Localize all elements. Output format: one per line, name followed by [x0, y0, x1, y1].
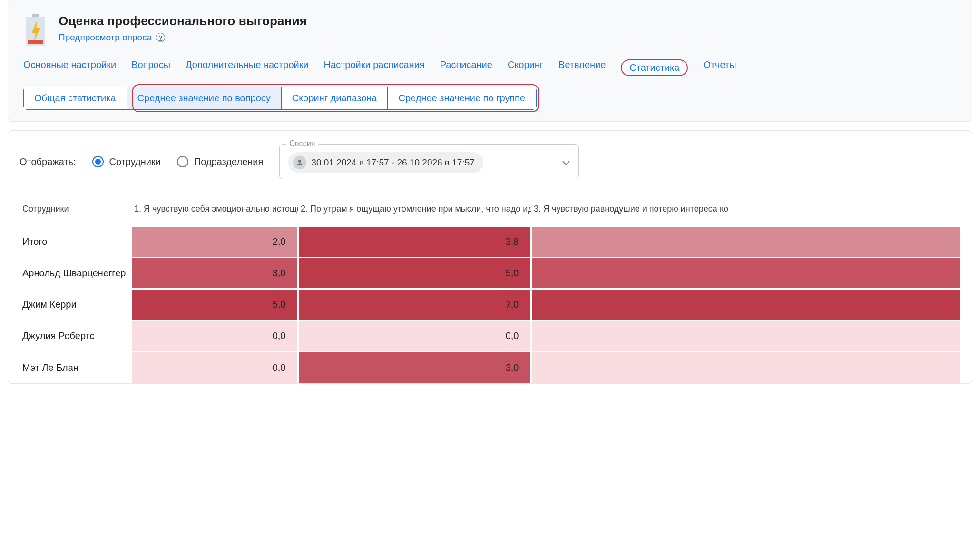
statistics-subtabs: Общая статистика Среднее значение по воп… [23, 87, 537, 110]
main-tabs: Основные настройки Вопросы Дополнительны… [23, 59, 957, 76]
session-select[interactable]: Сессия 30.01.2024 в 17:57 - 26.10.2026 в… [279, 144, 579, 179]
tab-questions[interactable]: Вопросы [131, 59, 170, 76]
table-row: Итого2,03,8 [20, 226, 960, 258]
cell-q1: 2,0 [131, 226, 298, 258]
table-row: Мэт Ле Блан0,03,0 [20, 352, 960, 383]
tab-reports[interactable]: Отчеты [703, 59, 736, 76]
tab-schedule-settings[interactable]: Настройки расписания [324, 59, 425, 76]
col-q1: 1. Я чувствую себя эмоционально истощенн… [131, 200, 298, 226]
subtab-avg-by-question[interactable]: Среднее значение по вопросу [127, 87, 282, 109]
radio-employees[interactable]: Сотрудники [92, 156, 161, 167]
table-row: Арнольд Шварценеггер3,05,0 [20, 258, 960, 289]
tab-additional-settings[interactable]: Дополнительные настройки [186, 59, 309, 76]
display-radio-group: Сотрудники Подразделения [92, 156, 264, 167]
subtab-avg-by-group[interactable]: Среднее значение по группе [388, 87, 536, 109]
stats-content-card: Отображать: Сотрудники Подразделения Сес… [8, 130, 972, 384]
svg-rect-0 [32, 14, 39, 17]
person-icon [293, 156, 306, 169]
cell-q2: 3,0 [298, 352, 531, 383]
tab-scoring[interactable]: Скоринг [508, 59, 543, 76]
row-name: Мэт Ле Блан [20, 352, 131, 383]
tab-main-settings[interactable]: Основные настройки [23, 59, 116, 76]
cell-q2: 5,0 [298, 258, 531, 289]
display-label: Отображать: [20, 156, 76, 167]
row-name: Джулия Робертс [20, 321, 131, 352]
tab-branching[interactable]: Ветвление [559, 59, 606, 76]
subtab-general-stats[interactable]: Общая статистика [24, 87, 127, 109]
table-row: Джулия Робертс0,00,0 [20, 321, 960, 352]
table-row: Джим Керри5,07,0 [20, 289, 960, 321]
battery-lightning-icon [23, 14, 48, 49]
cell-q3 [531, 226, 960, 258]
help-icon[interactable]: ? [156, 33, 165, 42]
col-employees: Сотрудники [20, 200, 131, 226]
row-name: Джим Керри [20, 289, 131, 321]
preview-survey-link[interactable]: Предпросмотр опроса ? [59, 32, 165, 43]
col-q3: 3. Я чувствую равнодушие и потерю интере… [531, 200, 960, 226]
cell-q3 [531, 258, 960, 289]
cell-q1: 0,0 [131, 352, 298, 383]
survey-header-card: Оценка профессионального выгорания Предп… [8, 0, 972, 122]
cell-q1: 5,0 [131, 289, 298, 321]
col-q2: 2. По утрам я ощущаю утомление при мысли… [298, 200, 531, 226]
chevron-down-icon [562, 157, 570, 168]
row-name: Итого [20, 226, 131, 258]
page-title: Оценка профессионального выгорания [59, 14, 307, 29]
cell-q1: 3,0 [131, 258, 298, 289]
subtab-scoring-range[interactable]: Скоринг диапазона [282, 87, 388, 109]
row-name: Арнольд Шварценеггер [20, 258, 131, 289]
tab-schedule[interactable]: Расписание [440, 59, 492, 76]
cell-q3 [531, 289, 960, 321]
tab-statistics[interactable]: Статистика [621, 59, 688, 76]
session-legend: Сессия [286, 139, 318, 148]
cell-q2: 3,8 [298, 226, 531, 258]
cell-q3 [531, 352, 960, 383]
cell-q2: 7,0 [298, 289, 531, 321]
svg-point-4 [298, 160, 301, 163]
cell-q2: 0,0 [298, 321, 531, 352]
session-chip[interactable]: 30.01.2024 в 17:57 - 26.10.2026 в 17:57 [288, 152, 483, 173]
radio-departments[interactable]: Подразделения [177, 156, 263, 167]
cell-q3 [531, 321, 960, 352]
cell-q1: 0,0 [131, 321, 298, 352]
svg-rect-2 [28, 40, 43, 44]
heatmap-table: Сотрудники 1. Я чувствую себя эмоциональ… [20, 200, 960, 383]
